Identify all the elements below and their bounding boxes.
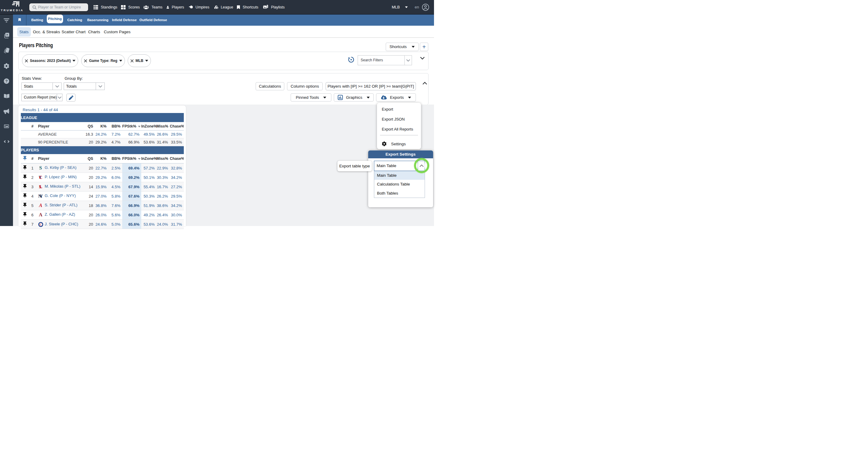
svg-text:?: ? bbox=[5, 79, 8, 83]
svg-text:C: C bbox=[39, 223, 42, 226]
